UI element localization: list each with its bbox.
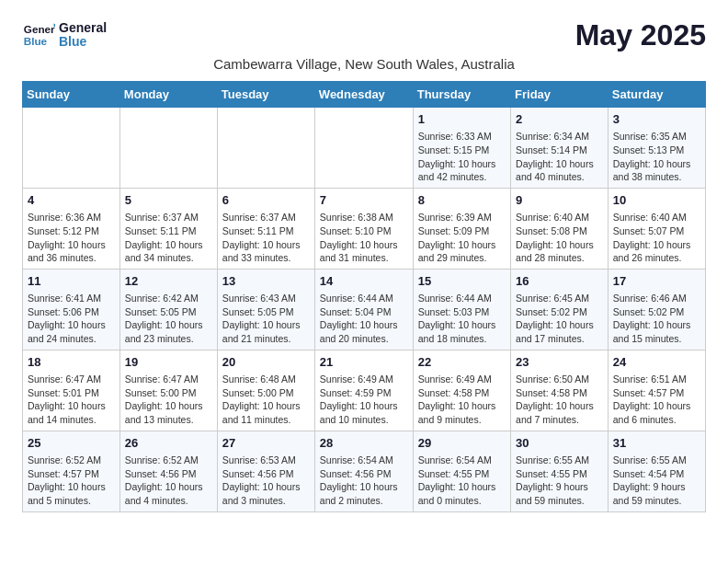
day-info: Sunrise: 6:41 AM Sunset: 5:06 PM Dayligh… [28,292,115,346]
weekday-header: Tuesday [217,82,314,108]
day-number: 15 [418,273,506,290]
day-info: Sunrise: 6:52 AM Sunset: 4:57 PM Dayligh… [28,454,115,508]
day-info: Sunrise: 6:43 AM Sunset: 5:05 PM Dayligh… [222,292,310,346]
calendar-week-row: 25Sunrise: 6:52 AM Sunset: 4:57 PM Dayli… [23,431,706,511]
calendar-cell: 6Sunrise: 6:37 AM Sunset: 5:11 PM Daylig… [217,188,314,269]
day-info: Sunrise: 6:46 AM Sunset: 5:02 PM Dayligh… [613,292,700,346]
day-info: Sunrise: 6:47 AM Sunset: 5:01 PM Dayligh… [28,373,115,427]
day-info: Sunrise: 6:55 AM Sunset: 4:54 PM Dayligh… [613,454,700,508]
day-number: 25 [28,435,115,452]
day-number: 26 [125,435,212,452]
calendar-cell: 25Sunrise: 6:52 AM Sunset: 4:57 PM Dayli… [23,431,120,511]
calendar-cell: 16Sunrise: 6:45 AM Sunset: 5:02 PM Dayli… [511,269,609,350]
day-number: 4 [28,192,115,209]
day-number: 24 [613,354,700,371]
day-info: Sunrise: 6:42 AM Sunset: 5:05 PM Dayligh… [125,292,212,346]
day-info: Sunrise: 6:54 AM Sunset: 4:56 PM Dayligh… [320,454,408,508]
day-info: Sunrise: 6:38 AM Sunset: 5:10 PM Dayligh… [320,211,408,265]
day-info: Sunrise: 6:35 AM Sunset: 5:13 PM Dayligh… [613,130,700,184]
calendar-cell: 3Sunrise: 6:35 AM Sunset: 5:13 PM Daylig… [608,108,705,189]
day-info: Sunrise: 6:44 AM Sunset: 5:03 PM Dayligh… [418,292,506,346]
day-number: 13 [222,273,310,290]
calendar-cell: 10Sunrise: 6:40 AM Sunset: 5:07 PM Dayli… [608,188,705,269]
calendar-week-row: 11Sunrise: 6:41 AM Sunset: 5:06 PM Dayli… [23,269,706,350]
day-number: 10 [613,192,700,209]
calendar-cell: 26Sunrise: 6:52 AM Sunset: 4:56 PM Dayli… [119,431,217,511]
day-number: 19 [125,354,212,371]
calendar-cell: 20Sunrise: 6:48 AM Sunset: 5:00 PM Dayli… [217,350,314,431]
day-number: 1 [418,111,506,128]
calendar-cell: 28Sunrise: 6:54 AM Sunset: 4:56 PM Dayli… [314,431,413,511]
day-number: 14 [320,273,408,290]
day-number: 28 [320,435,408,452]
day-number: 16 [516,273,603,290]
day-info: Sunrise: 6:40 AM Sunset: 5:07 PM Dayligh… [613,211,700,265]
calendar-cell: 7Sunrise: 6:38 AM Sunset: 5:10 PM Daylig… [314,188,413,269]
calendar-header-row: SundayMondayTuesdayWednesdayThursdayFrid… [23,82,706,108]
weekday-header: Monday [119,82,217,108]
day-number: 3 [613,111,700,128]
day-number: 21 [320,354,408,371]
calendar-cell [119,108,217,189]
weekday-header: Sunday [23,82,120,108]
calendar-cell: 29Sunrise: 6:54 AM Sunset: 4:55 PM Dayli… [413,431,510,511]
svg-text:General: General [24,23,55,35]
weekday-header: Friday [511,82,609,108]
day-info: Sunrise: 6:33 AM Sunset: 5:15 PM Dayligh… [418,130,506,184]
weekday-header: Saturday [608,82,705,108]
logo-line1: General [59,21,107,35]
day-number: 2 [516,111,603,128]
calendar-cell: 2Sunrise: 6:34 AM Sunset: 5:14 PM Daylig… [511,108,609,189]
calendar-cell: 30Sunrise: 6:55 AM Sunset: 4:55 PM Dayli… [511,431,609,511]
day-number: 23 [516,354,603,371]
calendar-cell: 8Sunrise: 6:39 AM Sunset: 5:09 PM Daylig… [413,188,510,269]
day-info: Sunrise: 6:55 AM Sunset: 4:55 PM Dayligh… [516,454,603,508]
day-number: 30 [516,435,603,452]
logo: General Blue General Blue [22,18,107,52]
calendar-cell: 15Sunrise: 6:44 AM Sunset: 5:03 PM Dayli… [413,269,510,350]
calendar-cell: 13Sunrise: 6:43 AM Sunset: 5:05 PM Dayli… [217,269,314,350]
calendar-cell: 24Sunrise: 6:51 AM Sunset: 4:57 PM Dayli… [608,350,705,431]
calendar-cell: 31Sunrise: 6:55 AM Sunset: 4:54 PM Dayli… [608,431,705,511]
day-info: Sunrise: 6:37 AM Sunset: 5:11 PM Dayligh… [222,211,310,265]
day-number: 6 [222,192,310,209]
day-info: Sunrise: 6:47 AM Sunset: 5:00 PM Dayligh… [125,373,212,427]
page-title: May 2025 [575,18,706,52]
day-info: Sunrise: 6:48 AM Sunset: 5:00 PM Dayligh… [222,373,310,427]
calendar-week-row: 18Sunrise: 6:47 AM Sunset: 5:01 PM Dayli… [23,350,706,431]
calendar-week-row: 1Sunrise: 6:33 AM Sunset: 5:15 PM Daylig… [23,108,706,189]
day-number: 12 [125,273,212,290]
day-info: Sunrise: 6:36 AM Sunset: 5:12 PM Dayligh… [28,211,115,265]
day-info: Sunrise: 6:45 AM Sunset: 5:02 PM Dayligh… [516,292,603,346]
calendar-week-row: 4Sunrise: 6:36 AM Sunset: 5:12 PM Daylig… [23,188,706,269]
calendar-cell: 22Sunrise: 6:49 AM Sunset: 4:58 PM Dayli… [413,350,510,431]
calendar-cell: 27Sunrise: 6:53 AM Sunset: 4:56 PM Dayli… [217,431,314,511]
calendar-cell: 21Sunrise: 6:49 AM Sunset: 4:59 PM Dayli… [314,350,413,431]
weekday-header: Thursday [413,82,510,108]
calendar-cell: 19Sunrise: 6:47 AM Sunset: 5:00 PM Dayli… [119,350,217,431]
day-number: 31 [613,435,700,452]
calendar-cell: 18Sunrise: 6:47 AM Sunset: 5:01 PM Dayli… [23,350,120,431]
day-info: Sunrise: 6:49 AM Sunset: 4:58 PM Dayligh… [418,373,506,427]
day-number: 7 [320,192,408,209]
day-info: Sunrise: 6:49 AM Sunset: 4:59 PM Dayligh… [320,373,408,427]
day-info: Sunrise: 6:53 AM Sunset: 4:56 PM Dayligh… [222,454,310,508]
page-subtitle: Cambewarra Village, New South Wales, Aus… [22,56,706,72]
day-number: 5 [125,192,212,209]
logo-icon: General Blue [22,18,55,52]
day-info: Sunrise: 6:44 AM Sunset: 5:04 PM Dayligh… [320,292,408,346]
day-info: Sunrise: 6:52 AM Sunset: 4:56 PM Dayligh… [125,454,212,508]
calendar-table: SundayMondayTuesdayWednesdayThursdayFrid… [22,81,706,512]
day-number: 17 [613,273,700,290]
day-info: Sunrise: 6:37 AM Sunset: 5:11 PM Dayligh… [125,211,212,265]
day-number: 18 [28,354,115,371]
calendar-cell: 12Sunrise: 6:42 AM Sunset: 5:05 PM Dayli… [119,269,217,350]
calendar-cell: 4Sunrise: 6:36 AM Sunset: 5:12 PM Daylig… [23,188,120,269]
day-info: Sunrise: 6:39 AM Sunset: 5:09 PM Dayligh… [418,211,506,265]
day-info: Sunrise: 6:34 AM Sunset: 5:14 PM Dayligh… [516,130,603,184]
calendar-cell: 9Sunrise: 6:40 AM Sunset: 5:08 PM Daylig… [511,188,609,269]
calendar-cell: 23Sunrise: 6:50 AM Sunset: 4:58 PM Dayli… [511,350,609,431]
day-number: 20 [222,354,310,371]
calendar-cell: 1Sunrise: 6:33 AM Sunset: 5:15 PM Daylig… [413,108,510,189]
day-info: Sunrise: 6:54 AM Sunset: 4:55 PM Dayligh… [418,454,506,508]
